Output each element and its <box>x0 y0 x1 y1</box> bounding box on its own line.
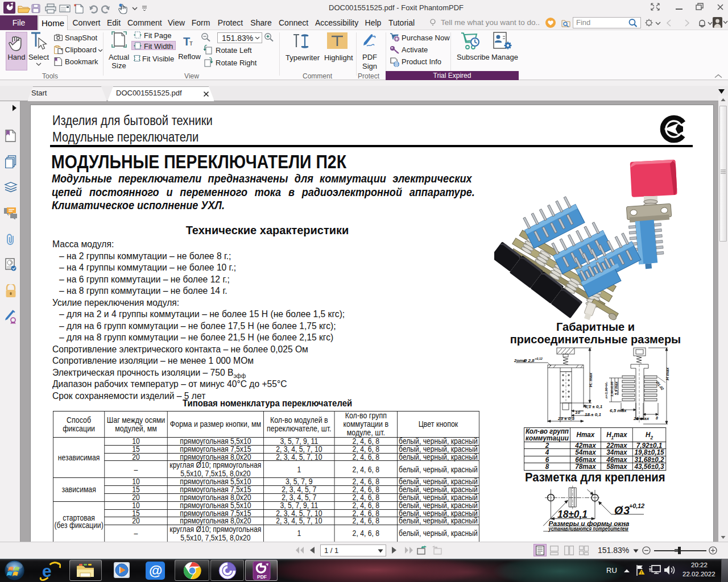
svg-text:*: * <box>74 3 77 10</box>
svg-text:+0,12: +0,12 <box>535 357 543 360</box>
svg-text:8: 8 <box>656 416 658 420</box>
svg-text:H max: H max <box>665 367 670 380</box>
svg-text:6,5 max: 6,5 max <box>610 408 627 413</box>
svg-text:6,1 ± 0,1: 6,1 ± 0,1 <box>585 404 603 409</box>
svg-text:10: 10 <box>575 410 580 415</box>
svg-text:H₁ max: H₁ max <box>588 372 593 387</box>
svg-text:21 max: 21 max <box>633 416 650 421</box>
svg-text:Ø 2,8: Ø 2,8 <box>523 358 535 363</box>
svg-text:устанавливаются потребителем: устанавливаются потребителем <box>548 525 628 532</box>
svg-text:+0,12: +0,12 <box>629 502 644 509</box>
svg-text:Ø3: Ø3 <box>614 504 630 517</box>
svg-text:23 ± 0,5: 23 ± 0,5 <box>557 416 574 421</box>
svg-text:n×3,96=H₃: n×3,96=H₃ <box>605 381 608 398</box>
svg-text:18±0,1: 18±0,1 <box>557 508 588 520</box>
svg-text:!: ! <box>640 570 642 575</box>
svg-text:т: т <box>189 39 193 47</box>
svg-text:5,9 max: 5,9 max <box>614 381 619 395</box>
svg-text:3,96±0,05: 3,96±0,05 <box>610 381 614 397</box>
svg-text:PDF: PDF <box>257 574 267 580</box>
svg-text:18 ± 0,1: 18 ± 0,1 <box>585 412 601 417</box>
